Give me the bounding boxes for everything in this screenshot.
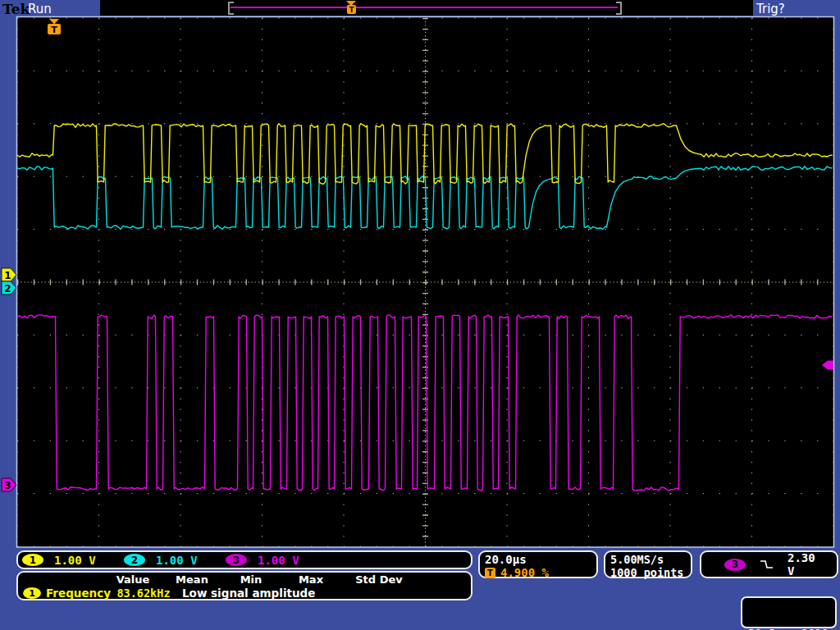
ch2-scale-group: 2 1.00 V <box>124 554 226 567</box>
record-length: 1000 points <box>610 566 686 579</box>
date-label: 30 Jan 2018 <box>748 627 829 630</box>
trigger-pos-arrow-icon <box>49 19 59 25</box>
ch1-ref-marker <box>2 268 16 281</box>
oscilloscope-screen: Tek Run Trig? T 123T 1 1.00 V 2 1.00 V 3… <box>0 0 840 630</box>
ch3-ref-marker <box>2 478 16 491</box>
record-window-left-bracket <box>228 2 234 15</box>
meas-row-channel: 1 Frequency <box>23 587 111 600</box>
record-preview-trace <box>231 7 618 8</box>
trigger-level: 2.30 V <box>788 551 827 578</box>
falling-edge-icon <box>759 559 774 570</box>
ch2-trace <box>17 167 833 230</box>
meas-value: 83.62kHz <box>107 587 180 600</box>
trigger-position-t-icon: T <box>347 5 356 14</box>
ch1-scale-group: 1 1.00 V <box>22 554 124 567</box>
datetime-readout: 30 Jan 2018 20:31:23 <box>741 596 837 628</box>
trigger-readout: 3 2.30 V <box>700 550 838 578</box>
ch3-scale: 1.00 V <box>258 554 299 567</box>
trigger-status: Trig? <box>756 2 785 16</box>
ch1-ref-label: 1 <box>4 270 11 281</box>
trigger-pos-t-label: T <box>51 25 57 35</box>
trigger-pos-flag-icon <box>48 24 61 34</box>
record-window-right-bracket <box>616 2 622 15</box>
meas-header-mean: Mean <box>163 573 221 586</box>
ch2-ref-marker <box>2 281 16 294</box>
meas-header-min: Min <box>222 573 280 586</box>
ch3-scale-group: 3 1.00 V <box>226 554 327 567</box>
graticule-frame <box>17 17 834 548</box>
ch1-badge: 1 <box>22 554 43 566</box>
measurement-readout: Value Mean Min Max Std Dev 1 Frequency 8… <box>16 571 472 600</box>
trigger-level-arrow-icon <box>822 361 833 370</box>
meas-name: Frequency <box>46 587 111 600</box>
horizontal-readout: 20.0µs T 4.900 % <box>478 550 598 578</box>
meas-ch-badge: 1 <box>23 587 41 599</box>
meas-note: Low signal amplitude <box>182 587 315 600</box>
ch1-scale: 1.00 V <box>54 554 96 567</box>
meas-header-stddev: Std Dev <box>350 573 408 586</box>
scope-display: 123T <box>0 0 840 630</box>
acquisition-status: Run <box>28 2 52 16</box>
sample-rate: 5.00MS/s <box>610 553 686 566</box>
trigger-t-icon: T <box>485 568 495 578</box>
tek-logo: Tek <box>2 1 30 17</box>
trigger-source-badge: 3 <box>724 559 746 571</box>
ch3-badge: 3 <box>226 554 247 566</box>
ch2-scale: 1.00 V <box>156 554 198 567</box>
timebase: 20.0µs <box>485 553 591 566</box>
ch2-ref-label: 2 <box>4 283 11 294</box>
ch1-trace <box>17 124 833 185</box>
channel-scale-readout: 1 1.00 V 2 1.00 V 3 1.00 V <box>16 550 472 569</box>
trigger-position-percent: 4.900 % <box>500 566 549 579</box>
record-view-bar: T <box>100 0 753 16</box>
meas-header-value: Value <box>104 573 162 586</box>
ch3-ref-label: 3 <box>4 480 11 491</box>
meas-header-max: Max <box>282 573 340 586</box>
acquisition-readout: 5.00MS/s 1000 points <box>604 550 692 578</box>
ch3-trace <box>17 315 833 491</box>
ch2-badge: 2 <box>124 554 145 566</box>
